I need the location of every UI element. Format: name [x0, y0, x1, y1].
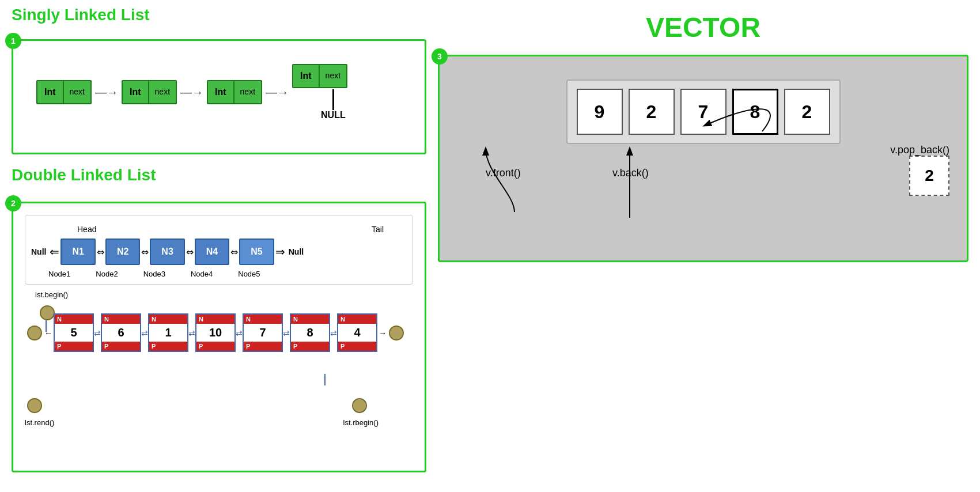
- v-back-label: v.back(): [612, 167, 649, 179]
- singly-nodes: Int next —→ Int next —→ Int next —→: [36, 64, 413, 120]
- vector-box: 3 9 2 7 8 2: [438, 55, 968, 262]
- iter-arr-5: ⇄: [283, 328, 290, 338]
- rend-bottom-circle: [27, 398, 42, 413]
- iter-node-7: N 7 P: [243, 313, 283, 352]
- iter-arr-4: ⇄: [236, 328, 243, 338]
- double-title-area: Double Linked List: [12, 166, 426, 188]
- dll-node-5: N5: [239, 239, 274, 265]
- node1-next: next: [64, 81, 90, 103]
- iter-n-1v: N: [149, 315, 187, 324]
- dll-left-arrows: ⇐: [50, 245, 59, 259]
- v-front-label: v.front(): [486, 167, 521, 179]
- iter-arrow-down: [46, 320, 47, 332]
- iter-val-10: 10: [196, 324, 234, 342]
- vector-popped-cell: 2: [909, 156, 949, 196]
- iter-n-7: N: [244, 315, 282, 324]
- lst-begin-circle: [40, 305, 55, 320]
- vector-title: VECTOR: [438, 12, 968, 43]
- dll-node-2: N2: [105, 239, 140, 265]
- dll-null-left: Null: [31, 247, 46, 256]
- iter-arr-1: ⇄: [94, 328, 101, 338]
- dll-head-label: Head: [77, 225, 96, 234]
- dll-node-4: N4: [195, 239, 229, 265]
- iter-val-1v: 1: [149, 324, 187, 342]
- iter-val-5: 5: [55, 324, 93, 342]
- iter-p-8: P: [291, 342, 329, 351]
- dll-head-tail-row: Head Tail: [31, 225, 407, 234]
- dll-nodenames-row: Node1 Node2 Node3 Node4 Node5: [48, 270, 407, 278]
- lst-rend-label: lst.rend(): [25, 418, 54, 427]
- dll-right-arrows: ⇒: [275, 245, 285, 259]
- dll-nodename-4: Node4: [191, 270, 213, 278]
- dll-null-right: Null: [289, 247, 304, 256]
- node1-int: Int: [37, 81, 64, 103]
- iter-p-6: P: [102, 342, 140, 351]
- iter-node-10: N 10 P: [195, 313, 236, 352]
- iter-p-10: P: [196, 342, 234, 351]
- iter-arr-2: ⇄: [141, 328, 148, 338]
- node3-int: Int: [208, 81, 234, 103]
- iter-node-1v: N 1 P: [148, 313, 188, 352]
- iter-n-10: N: [196, 315, 234, 324]
- dll-node-1: N1: [60, 239, 95, 265]
- dll-nodes-row: Null ⇐ N1 ⇔ N2 ⇔ N3 ⇔ N4 ⇔ N5 ⇒ Null: [31, 239, 407, 265]
- vector-cell-1: 2: [629, 89, 675, 135]
- singly-box: 1 Int next —→ Int next —→ Int next: [12, 39, 426, 154]
- iter-arr-3: ⇄: [188, 328, 195, 338]
- iter-n-5: N: [55, 315, 93, 324]
- iter-arr-6: ⇄: [330, 328, 337, 338]
- double-badge: 2: [5, 195, 21, 211]
- iter-val-8: 8: [291, 324, 329, 342]
- dll-nodename-2: Node2: [96, 270, 118, 278]
- iter-n-4v: N: [338, 315, 376, 324]
- null-arrow-line: [332, 89, 334, 110]
- vector-badge: 3: [432, 48, 448, 65]
- rend-circle: [27, 326, 42, 340]
- iter-n-6: N: [102, 315, 140, 324]
- double-box: 2 Head Tail Null ⇐ N1 ⇔ N2 ⇔ N3 ⇔: [12, 202, 426, 472]
- dll-arrows-23: ⇔: [141, 247, 149, 258]
- node2-int: Int: [123, 81, 149, 103]
- vector-cell-3: 8: [732, 89, 778, 135]
- dll-nodename-5: Node5: [238, 270, 260, 278]
- right-arrow-iter: →: [379, 328, 387, 338]
- iter-section: lst.begin() ← N 5 P ⇄: [25, 313, 413, 398]
- dll-arrows-12: ⇔: [97, 247, 104, 258]
- node4-int: Int: [293, 65, 320, 87]
- lst-rbegin-label: lst.rbegin(): [343, 418, 379, 427]
- node2-next: next: [149, 81, 176, 103]
- singly-node4-group: Int next NULL: [292, 64, 347, 120]
- dll-nodename-1: Node1: [48, 270, 70, 278]
- lst-begin-label: lst.begin(): [35, 290, 68, 299]
- singly-node-3: Int next: [207, 80, 262, 104]
- iter-p-4v: P: [338, 342, 376, 351]
- arrow1: —→: [95, 86, 118, 99]
- rbegin-up-arrow: [324, 374, 326, 385]
- vector-labels: v.front() v.back() v.pop_back() 2: [451, 150, 955, 207]
- arrow3: —→: [266, 86, 289, 99]
- iter-p-1v: P: [149, 342, 187, 351]
- right-column: VECTOR 3 9 2 7 8 2: [438, 6, 968, 472]
- dll-arrows-34: ⇔: [186, 247, 194, 258]
- iter-n-8: N: [291, 315, 329, 324]
- null-arrow-group: NULL: [321, 89, 346, 120]
- node4-next: next: [320, 65, 346, 87]
- left-column: Singly Linked List 1 Int next —→ Int nex…: [12, 6, 426, 472]
- dll-node-3: N3: [150, 239, 184, 265]
- vector-cell-4: 2: [784, 89, 830, 135]
- v-popback-label: v.pop_back(): [890, 144, 949, 156]
- rbegin-circle: [352, 398, 367, 413]
- dll-arrows-45: ⇔: [230, 247, 238, 258]
- iter-nodes-row: ← N 5 P ⇄ N 6 P ⇄: [27, 313, 413, 352]
- iter-val-6: 6: [102, 324, 140, 342]
- singly-node-1: Int next: [36, 80, 92, 104]
- vector-cells-container: 9 2 7 8 2: [566, 80, 841, 144]
- iter-val-7: 7: [244, 324, 282, 342]
- null-label: NULL: [321, 110, 346, 120]
- iter-node-5: N 5 P: [54, 313, 94, 352]
- iter-node-8: N 8 P: [290, 313, 330, 352]
- singly-node-2: Int next: [122, 80, 177, 104]
- vector-cell-2: 7: [680, 89, 727, 135]
- singly-badge: 1: [5, 33, 21, 49]
- main-container: Singly Linked List 1 Int next —→ Int nex…: [0, 0, 980, 478]
